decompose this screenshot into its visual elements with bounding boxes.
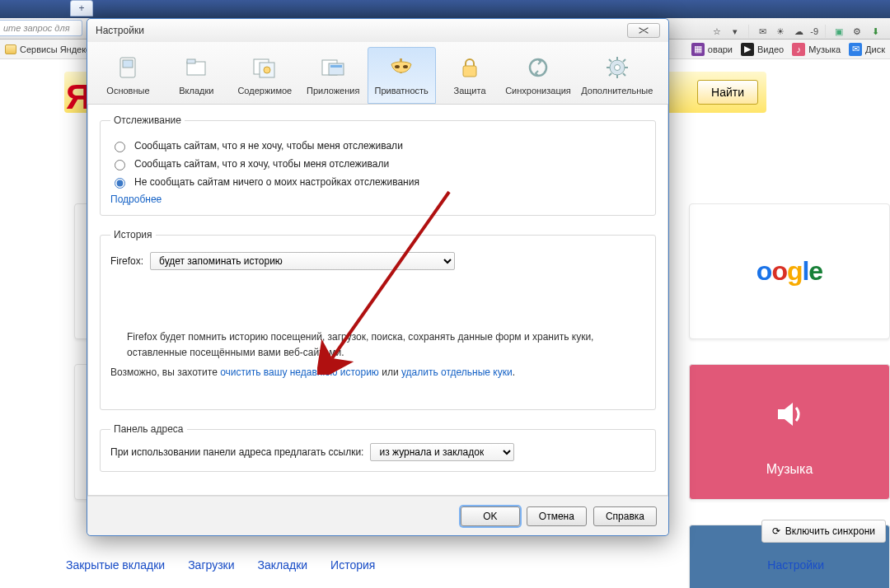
- help-button[interactable]: Справка: [593, 506, 657, 526]
- radio-input[interactable]: [115, 178, 125, 189]
- shield-icon[interactable]: ▣: [832, 25, 846, 38]
- yabar-market[interactable]: ▦овари: [691, 43, 733, 56]
- history-mode-select[interactable]: будет запоминать историю: [150, 252, 455, 270]
- weather-icon[interactable]: ☀: [774, 25, 787, 38]
- svg-rect-9: [330, 65, 342, 68]
- folder-icon: [5, 44, 16, 54]
- cloud-icon[interactable]: ☁: [792, 25, 805, 38]
- tracking-opt-no-preference[interactable]: Не сообщать сайтам ничего о моих настрой…: [110, 175, 645, 189]
- tab-sync[interactable]: Синхронизация: [504, 47, 573, 104]
- music-icon: ♪: [792, 43, 805, 56]
- tab-applications[interactable]: Приложения: [299, 47, 368, 104]
- button-label: Включить синхрони: [785, 525, 875, 537]
- svg-line-22: [623, 73, 625, 76]
- tab-tabs[interactable]: Вкладки: [162, 47, 231, 104]
- tracking-group: Отслеживание Сообщать сайтам, что я не х…: [100, 114, 656, 216]
- svg-rect-3: [187, 59, 195, 63]
- link-bookmarks[interactable]: Закладки: [258, 558, 308, 572]
- temperature: -9: [810, 26, 818, 36]
- radio-input[interactable]: [115, 160, 125, 170]
- address-bar-label: При использовании панели адреса предлага…: [110, 446, 363, 458]
- apps-icon: [320, 54, 346, 81]
- star-icon[interactable]: ☆: [710, 25, 724, 38]
- dialog-title: Настройки: [96, 25, 144, 36]
- radio-input[interactable]: [115, 142, 125, 152]
- disk-icon: ✉: [849, 43, 862, 56]
- yabar-video[interactable]: ▶Видео: [741, 43, 784, 56]
- privacy-mask-icon: [388, 54, 415, 81]
- link-settings[interactable]: Настройки: [767, 558, 824, 572]
- history-explain: Firefox будет помнить историю посещений,…: [127, 329, 605, 360]
- settings-dialog: Настройки Основные Вкладки Содержимое Пр…: [87, 18, 669, 536]
- mail-icon[interactable]: ✉: [756, 25, 769, 38]
- speed-dial-tile-music[interactable]: Музыка: [689, 364, 890, 500]
- svg-point-11: [395, 65, 400, 68]
- tracking-legend: Отслеживание: [110, 114, 185, 126]
- tile-label: Музыка: [766, 462, 813, 477]
- svg-rect-13: [463, 66, 476, 77]
- firefox-label: Firefox:: [110, 255, 143, 267]
- svg-point-12: [403, 65, 408, 68]
- delete-cookies-link[interactable]: удалить отдельные куки: [401, 366, 513, 378]
- dropdown-icon[interactable]: ▾: [728, 25, 742, 38]
- speed-dial-tile-google[interactable]: oogle: [689, 203, 890, 339]
- new-tab-button[interactable]: +: [70, 0, 93, 16]
- speaker-icon: [773, 398, 806, 431]
- google-logo: oogle: [756, 256, 822, 287]
- tab-content[interactable]: Содержимое: [231, 47, 299, 104]
- bookmark-label: Сервисы Яндекс: [20, 44, 91, 54]
- svg-line-24: [609, 73, 611, 76]
- lock-icon: [457, 54, 483, 81]
- gear-icon[interactable]: ⚙: [850, 25, 864, 38]
- enable-sync-button[interactable]: ⟳ Включить синхрони: [761, 520, 886, 543]
- url-input[interactable]: ите запрос для по: [0, 20, 82, 36]
- tab-security[interactable]: Защита: [436, 47, 504, 104]
- window-titlebar: [0, 0, 890, 18]
- tab-general[interactable]: Основные: [94, 47, 162, 104]
- address-bar-legend: Панель адреса: [110, 423, 187, 435]
- close-icon: [635, 26, 653, 35]
- yabar-music[interactable]: ♪Музыка: [792, 43, 841, 56]
- search-button[interactable]: Найти: [697, 80, 758, 105]
- cart-icon: ▦: [691, 43, 705, 56]
- svg-point-16: [614, 65, 620, 71]
- dialog-close-button[interactable]: [627, 23, 660, 38]
- tab-privacy[interactable]: Приватность: [368, 47, 436, 104]
- link-downloads[interactable]: Загрузки: [188, 558, 234, 572]
- tracking-opt-do-track[interactable]: Сообщать сайтам, что я хочу, чтобы меня …: [110, 157, 645, 170]
- dialog-body: Отслеживание Сообщать сайтам, что я не х…: [87, 105, 668, 496]
- cancel-button[interactable]: Отмена: [527, 506, 587, 526]
- svg-line-21: [609, 59, 611, 62]
- tracking-learn-more-link[interactable]: Подробнее: [110, 194, 162, 205]
- dialog-titlebar[interactable]: Настройки: [87, 19, 668, 42]
- address-bar-suggest-select[interactable]: из журнала и закладок: [370, 443, 514, 461]
- sync-icon: [525, 54, 551, 81]
- tabs-icon: [183, 54, 209, 81]
- content-icon: [251, 54, 278, 81]
- sync-icon: ⟳: [772, 525, 780, 537]
- play-icon: ▶: [741, 43, 754, 56]
- dialog-tab-strip: Основные Вкладки Содержимое Приложения П…: [87, 42, 668, 105]
- tile-label: онтакте: [700, 585, 879, 588]
- link-history[interactable]: История: [330, 558, 375, 572]
- toolbar-status-icons: ☆ ▾ ✉ ☀ ☁ -9 ▣ ⚙ ⬇: [710, 25, 882, 38]
- link-closed-tabs[interactable]: Закрытые вкладки: [66, 558, 165, 572]
- footer-links: Закрытые вкладки Загрузки Закладки Истор…: [66, 558, 824, 572]
- download-icon[interactable]: ⬇: [869, 25, 882, 38]
- general-icon: [115, 54, 141, 81]
- tab-advanced[interactable]: Дополнительные: [572, 47, 662, 104]
- ok-button[interactable]: OK: [461, 506, 520, 526]
- address-bar-group: Панель адреса При использовании панели а…: [100, 423, 656, 472]
- history-legend: История: [110, 229, 156, 240]
- bookmark-folder-yandex[interactable]: Сервисы Яндекс: [5, 44, 91, 54]
- svg-rect-1: [123, 60, 133, 68]
- dialog-footer: OK Отмена Справка: [87, 496, 668, 535]
- yabar-disk[interactable]: ✉Диск: [849, 43, 885, 56]
- svg-line-23: [623, 59, 625, 62]
- tracking-opt-do-not-track[interactable]: Сообщать сайтам, что я не хочу, чтобы ме…: [110, 139, 645, 152]
- history-action-line: Возможно, вы захотите очистить вашу неда…: [110, 365, 645, 380]
- gear-icon: [604, 54, 630, 81]
- svg-point-14: [530, 59, 546, 76]
- clear-recent-history-link[interactable]: очистить вашу недавнюю историю: [220, 366, 379, 378]
- history-group: История Firefox: будет запоминать истори…: [100, 229, 656, 410]
